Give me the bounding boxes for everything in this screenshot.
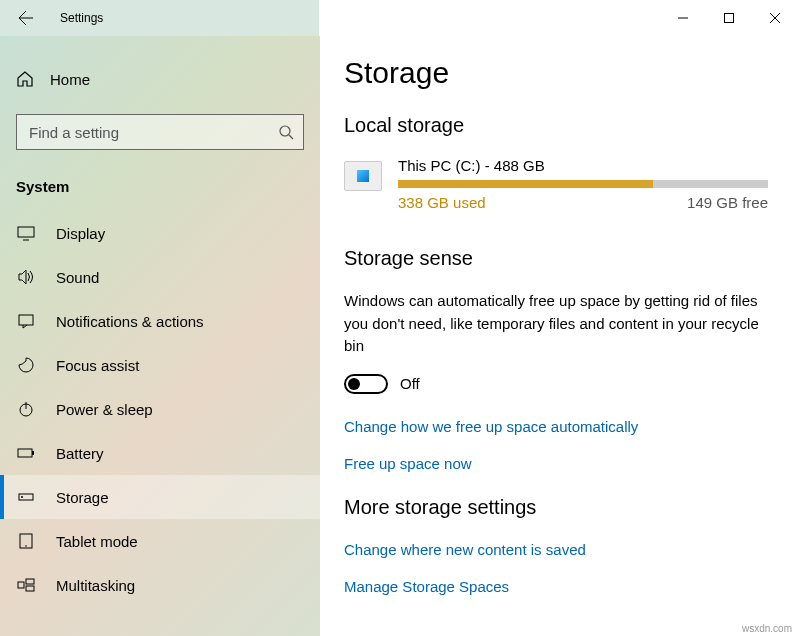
nav-label: Notifications & actions [56,313,204,330]
storage-sense-toggle[interactable] [344,374,388,394]
toggle-knob [348,378,360,390]
svg-rect-1 [725,14,734,23]
svg-rect-4 [18,227,34,237]
home-icon [16,70,34,88]
nav-label: Battery [56,445,104,462]
window-title: Settings [60,11,103,25]
search-input[interactable] [16,114,304,150]
back-button[interactable] [16,8,36,28]
svg-rect-15 [18,582,24,588]
watermark: wsxdn.com [740,623,794,634]
sidebar-item-multitasking[interactable]: Multitasking [0,563,320,607]
change-save-location-link[interactable]: Change where new content is saved [344,541,798,558]
free-up-now-link[interactable]: Free up space now [344,455,798,472]
more-storage-heading: More storage settings [344,496,798,519]
used-text: 338 GB used [398,194,486,211]
power-icon [16,399,36,419]
sidebar-item-notifications[interactable]: Notifications & actions [0,299,320,343]
page-title: Storage [344,56,798,90]
maximize-icon [724,13,734,23]
free-text: 149 GB free [687,194,768,211]
notifications-icon [16,311,36,331]
svg-rect-16 [26,579,34,584]
svg-point-14 [25,545,27,547]
storage-icon [16,487,36,507]
close-button[interactable] [752,2,798,34]
titlebar: Settings [0,0,798,36]
svg-rect-6 [19,315,33,325]
tablet-icon [16,531,36,551]
storage-sense-description: Windows can automatically free up space … [344,290,764,358]
storage-sense-heading: Storage sense [344,247,798,270]
nav-label: Storage [56,489,109,506]
maximize-button[interactable] [706,2,752,34]
drive-label: This PC (C:) - 488 GB [398,157,768,174]
drive-row[interactable]: This PC (C:) - 488 GB 338 GB used 149 GB… [344,157,798,211]
nav-label: Display [56,225,105,242]
sidebar: Home System Display Sound Notifications … [0,36,320,636]
search-icon [278,124,294,140]
main-content: Storage Local storage This PC (C:) - 488… [320,36,798,636]
svg-rect-10 [32,451,34,455]
svg-rect-17 [26,586,34,591]
manage-storage-spaces-link[interactable]: Manage Storage Spaces [344,578,798,595]
sidebar-item-battery[interactable]: Battery [0,431,320,475]
sidebar-item-sound[interactable]: Sound [0,255,320,299]
home-label: Home [50,71,90,88]
section-label: System [0,170,320,211]
nav-label: Tablet mode [56,533,138,550]
sound-icon [16,267,36,287]
sidebar-item-display[interactable]: Display [0,211,320,255]
svg-rect-9 [18,449,32,457]
sidebar-item-tablet-mode[interactable]: Tablet mode [0,519,320,563]
drive-icon [344,161,382,191]
storage-progress-bar [398,180,768,188]
local-storage-heading: Local storage [344,114,798,137]
svg-point-2 [280,126,290,136]
battery-icon [16,443,36,463]
nav-label: Focus assist [56,357,139,374]
svg-line-3 [289,135,293,139]
close-icon [770,13,780,23]
toggle-state-label: Off [400,375,420,392]
nav-label: Sound [56,269,99,286]
minimize-button[interactable] [660,2,706,34]
sidebar-item-focus-assist[interactable]: Focus assist [0,343,320,387]
svg-point-12 [21,496,23,498]
arrow-left-icon [18,10,34,26]
sidebar-item-power-sleep[interactable]: Power & sleep [0,387,320,431]
home-nav[interactable]: Home [0,60,320,98]
sidebar-item-storage[interactable]: Storage [0,475,320,519]
focus-assist-icon [16,355,36,375]
storage-progress-fill [398,180,653,188]
nav-label: Power & sleep [56,401,153,418]
change-free-up-link[interactable]: Change how we free up space automaticall… [344,418,798,435]
minimize-icon [678,13,688,23]
display-icon [16,223,36,243]
nav-label: Multitasking [56,577,135,594]
multitasking-icon [16,575,36,595]
